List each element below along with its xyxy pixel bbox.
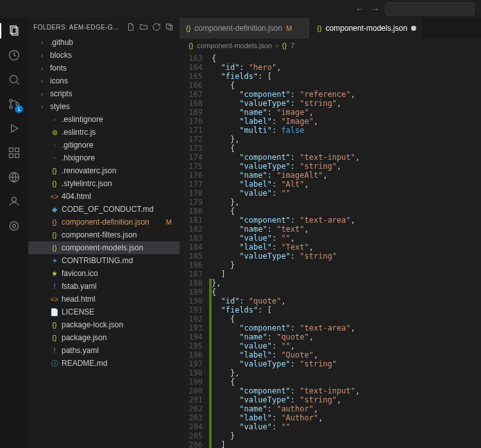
breadcrumb-icon: {} [189, 42, 193, 49]
extensions-icon[interactable] [6, 145, 22, 160]
chevron-right-icon: › [41, 52, 47, 59]
file-row[interactable]: {}component-filters.json [28, 228, 180, 241]
file-row[interactable]: {}component-models.json [28, 241, 180, 254]
file-icon: <> [50, 193, 59, 200]
file-name: component-definition.json [62, 218, 149, 227]
file-row[interactable]: ◦.gitignore [28, 139, 180, 151]
file-row[interactable]: {}component-definition.jsonM [28, 216, 180, 228]
line-gutter: 1631641651661671681691701711721731741751… [180, 53, 209, 448]
source-control-icon[interactable]: 1 [6, 96, 22, 112]
git-status: M [166, 218, 180, 226]
dirty-indicator-icon [411, 26, 416, 31]
file-name: .gitignore [62, 141, 93, 150]
file-icon: ◦ [50, 116, 59, 123]
new-file-icon[interactable] [126, 22, 136, 32]
editor-area: {}component-definition.jsonM{}component-… [180, 18, 481, 448]
explorer-sidebar: FOLDERS: AEM-EDGE-GETTING-… ›.github›blo… [28, 18, 180, 448]
svg-point-5 [10, 106, 12, 108]
file-name: component-models.json [62, 243, 143, 252]
file-row[interactable]: <>head.html [28, 293, 180, 306]
search-icon[interactable] [6, 72, 22, 87]
chevron-right-icon: › [41, 78, 47, 85]
explorer-icon[interactable] [6, 23, 22, 39]
file-icon: {} [186, 24, 190, 32]
file-name: 404.html [62, 192, 91, 201]
file-row[interactable]: !paths.yaml [28, 344, 180, 357]
file-icon: {} [50, 334, 59, 341]
new-folder-icon[interactable] [139, 22, 149, 32]
svg-point-14 [10, 221, 18, 230]
file-row[interactable]: ⊚.eslintrc.js [28, 126, 180, 139]
file-row[interactable]: {}package.json [28, 331, 180, 344]
file-row[interactable]: ⓘREADME.md [28, 357, 180, 370]
folder-row[interactable]: ›styles [28, 100, 180, 113]
file-row[interactable]: {}.stylelintrc.json [28, 177, 180, 190]
svg-rect-11 [15, 154, 19, 158]
file-icon: {} [50, 231, 59, 239]
folder-row[interactable]: ›scripts [28, 87, 180, 100]
file-icon: ◆ [50, 205, 59, 214]
svg-point-13 [12, 197, 17, 202]
file-row[interactable]: {}.renovaterc.json [28, 164, 180, 177]
file-name: .hlxignore [62, 153, 95, 162]
accounts-icon[interactable] [6, 194, 22, 209]
file-row[interactable]: <>404.html [28, 190, 180, 203]
file-icon: {} [50, 167, 59, 175]
settings-icon[interactable] [6, 218, 22, 234]
file-icon: {} [50, 321, 59, 329]
remote-icon[interactable] [6, 169, 22, 185]
file-name: .eslintignore [62, 115, 103, 124]
chevron-right-icon: › [41, 65, 47, 72]
file-name: LICENSE [62, 307, 94, 316]
chevron-right-icon: › [41, 39, 47, 46]
scm-badge: 1 [15, 105, 23, 113]
file-row[interactable]: ★favicon.ico [28, 267, 180, 280]
file-row[interactable]: {}package-lock.json [28, 318, 180, 331]
svg-marker-7 [12, 125, 18, 132]
folder-row[interactable]: ›blocks [28, 49, 180, 62]
file-row[interactable]: ◦.eslintignore [28, 113, 180, 126]
svg-rect-9 [15, 148, 19, 152]
svg-rect-1 [12, 28, 18, 35]
explorer-header: FOLDERS: AEM-EDGE-GETTING-… [28, 18, 180, 36]
file-name: .stylelintrc.json [62, 179, 112, 188]
tab-label: component-models.json [326, 24, 407, 33]
file-row[interactable]: ✶CONTRIBUTING.md [28, 254, 180, 267]
svg-rect-0 [10, 26, 16, 34]
breadcrumb-node[interactable]: 7 [291, 42, 294, 49]
file-icon: {} [50, 244, 59, 252]
file-icon: ★ [50, 270, 59, 278]
editor-tab[interactable]: {}component-definition.jsonM [180, 18, 310, 39]
folder-row[interactable]: ›icons [28, 74, 180, 87]
file-row[interactable]: 📄LICENSE [28, 306, 180, 318]
nav-forward-button[interactable]: → [371, 4, 380, 14]
breadcrumb-icon: {} [282, 42, 287, 49]
svg-point-3 [10, 75, 17, 83]
code-lines[interactable]: { "id": "hero", "fields": [ { "component… [212, 53, 481, 448]
code-editor[interactable]: 1631641651661671681691701711721731741751… [180, 53, 481, 448]
file-name: README.md [62, 359, 107, 368]
file-row[interactable]: !fstab.yaml [28, 280, 180, 293]
activity-bar: 1 [0, 18, 28, 448]
folder-name: icons [50, 76, 68, 85]
timeline-icon[interactable] [6, 47, 22, 63]
file-name: package-lock.json [62, 320, 123, 329]
collapse-all-icon[interactable] [164, 22, 174, 32]
breadcrumb-file[interactable]: component-models.json [197, 42, 272, 49]
editor-tab[interactable]: {}component-models.json [310, 18, 423, 39]
folder-title: FOLDERS: AEM-EDGE-GETTING-… [33, 24, 123, 31]
command-center-input[interactable] [385, 3, 475, 15]
folder-row[interactable]: ›fonts [28, 62, 180, 74]
refresh-icon[interactable] [151, 22, 162, 32]
folder-row[interactable]: ›.github [28, 36, 180, 49]
folder-name: scripts [50, 89, 72, 98]
run-debug-icon[interactable] [6, 121, 22, 136]
file-name: paths.yaml [62, 346, 99, 355]
file-row[interactable]: ◆CODE_OF_CONDUCT.md [28, 203, 180, 216]
nav-back-button[interactable]: ← [355, 4, 364, 14]
breadcrumbs[interactable]: {} component-models.json › {} 7 [180, 39, 481, 53]
file-row[interactable]: ◦.hlxignore [28, 151, 180, 164]
file-tree[interactable]: ›.github›blocks›fonts›icons›scripts›styl… [28, 36, 180, 448]
svg-rect-8 [10, 148, 13, 152]
file-icon: ◦ [50, 141, 59, 149]
